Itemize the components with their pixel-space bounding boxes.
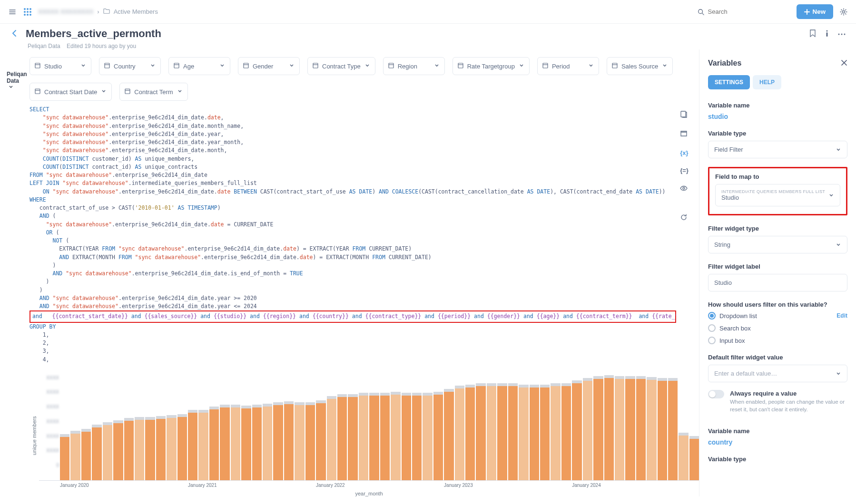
bar[interactable]	[433, 392, 443, 480]
bar[interactable]	[81, 429, 91, 480]
bar[interactable]	[412, 393, 422, 480]
bar[interactable]	[658, 378, 667, 480]
bar[interactable]	[231, 405, 240, 480]
bar[interactable]	[145, 417, 155, 480]
bar[interactable]	[679, 433, 688, 480]
filter-gender[interactable]: Gender	[238, 57, 300, 75]
bar[interactable]	[561, 383, 571, 480]
filter-region[interactable]: Region	[383, 57, 445, 75]
question-title[interactable]: Members_active_permonth	[26, 28, 161, 40]
bar[interactable]	[540, 385, 550, 480]
close-icon[interactable]	[841, 59, 847, 68]
bar[interactable]	[625, 376, 635, 480]
radio-search[interactable]: Search box	[708, 324, 847, 332]
bar[interactable]	[359, 393, 368, 480]
bar[interactable]	[465, 385, 475, 480]
bar[interactable]	[337, 394, 347, 480]
bar[interactable]	[636, 376, 646, 480]
widget-label-input[interactable]	[708, 274, 847, 291]
info-icon[interactable]	[826, 29, 828, 39]
bar[interactable]	[551, 383, 560, 480]
bar[interactable]	[647, 377, 656, 480]
refresh-icon[interactable]	[680, 213, 689, 223]
bar[interactable]	[615, 376, 624, 480]
bar[interactable]	[593, 376, 603, 480]
edit-link[interactable]: Edit	[836, 312, 847, 319]
back-icon[interactable]	[10, 29, 19, 39]
settings-icon[interactable]	[839, 7, 848, 17]
breadcrumb-workspace[interactable]: XXXXX XXXXXXXX	[38, 8, 93, 15]
tab-settings[interactable]: SETTINGS	[708, 75, 750, 89]
filter-studio[interactable]: Studio	[30, 57, 91, 75]
bar[interactable]	[455, 386, 464, 480]
bar[interactable]	[348, 394, 357, 480]
field-map-select[interactable]: INTERMEDIATE QUERIES MEMBERS FULL LIST S…	[715, 184, 840, 206]
filter-age[interactable]: Age	[168, 57, 230, 75]
bar[interactable]	[508, 383, 518, 480]
new-button[interactable]: New	[797, 4, 833, 19]
sql-editor[interactable]: SELECT "sync datawarehouse".enterprise_9…	[30, 106, 676, 367]
more-icon[interactable]	[838, 29, 846, 39]
bar[interactable]	[103, 422, 112, 480]
radio-input[interactable]: Input box	[708, 337, 847, 344]
bar[interactable]	[305, 402, 315, 480]
bar[interactable]	[316, 400, 325, 480]
bar[interactable]	[369, 393, 379, 480]
bar[interactable]	[60, 434, 69, 480]
bar[interactable]	[519, 385, 528, 480]
filter-sales-source[interactable]: Sales Source	[607, 57, 673, 75]
var-type-select[interactable]: Field Filter	[708, 141, 847, 158]
data-reference-icon[interactable]	[680, 110, 689, 119]
side-db-label[interactable]: Peliqan Data	[0, 49, 30, 496]
bar[interactable]	[497, 383, 507, 480]
bar[interactable]	[188, 410, 197, 480]
bar[interactable]	[295, 402, 304, 480]
breadcrumb-collection[interactable]: Active Members	[114, 8, 158, 15]
bookmark-icon[interactable]	[809, 29, 816, 39]
filter-rate-targetgroup[interactable]: Rate Targetgroup	[453, 57, 530, 75]
app-logo-icon[interactable]	[23, 7, 32, 17]
bar[interactable]	[263, 404, 272, 481]
bar[interactable]	[177, 414, 187, 480]
variables-icon[interactable]: {x}	[680, 149, 689, 156]
tab-help[interactable]: HELP	[753, 75, 781, 89]
bar[interactable]	[167, 415, 176, 480]
require-toggle[interactable]	[708, 390, 724, 398]
filter-country[interactable]: Country	[99, 57, 161, 75]
preview-icon[interactable]	[680, 184, 689, 194]
filter-contract-type[interactable]: Contract Type	[307, 57, 375, 75]
filter-contract-term[interactable]: Contract Term	[119, 83, 187, 101]
bar[interactable]	[252, 405, 262, 480]
format-icon[interactable]: {=}	[680, 167, 689, 174]
bar[interactable]	[391, 392, 400, 480]
bar[interactable]	[604, 375, 614, 480]
bar[interactable]	[92, 425, 101, 480]
menu-icon[interactable]	[8, 7, 17, 17]
bar[interactable]	[444, 389, 453, 480]
bar[interactable]	[70, 431, 80, 480]
bar[interactable]	[273, 402, 283, 480]
bar[interactable]	[423, 393, 432, 480]
bar[interactable]	[220, 405, 229, 480]
bar[interactable]	[572, 380, 581, 480]
filter-period[interactable]: Period	[537, 57, 599, 75]
radio-dropdown[interactable]: Dropdown list Edit	[708, 312, 847, 320]
bar[interactable]	[689, 436, 699, 480]
bar[interactable]	[124, 418, 134, 480]
bar[interactable]	[668, 378, 678, 480]
bar[interactable]	[327, 396, 336, 480]
bar[interactable]	[476, 383, 485, 480]
bar[interactable]	[135, 417, 144, 480]
search-box[interactable]	[691, 5, 791, 18]
bar[interactable]	[241, 406, 251, 480]
bar[interactable]	[487, 383, 496, 480]
bar[interactable]	[380, 393, 390, 480]
bar[interactable]	[156, 416, 166, 480]
bar[interactable]	[209, 407, 219, 480]
filter-contract-start-date[interactable]: Contract Start Date	[30, 83, 112, 101]
snippets-icon[interactable]	[680, 130, 689, 139]
bar[interactable]	[198, 410, 208, 480]
bar[interactable]	[113, 420, 123, 480]
bar[interactable]	[402, 393, 411, 480]
default-value-select[interactable]: Enter a default value…	[708, 365, 847, 382]
